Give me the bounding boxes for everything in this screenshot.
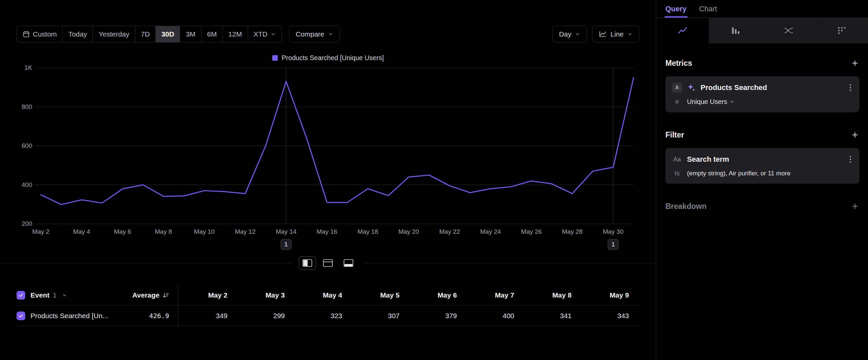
metric-event-name[interactable]: Products Searched: [701, 83, 843, 92]
chevron-down-icon[interactable]: [62, 293, 67, 298]
metric-card[interactable]: A Products Searched # Unique Users: [665, 76, 859, 112]
metric-card-main: A Products Searched: [672, 82, 853, 93]
column-header[interactable]: May 6: [407, 291, 465, 299]
main-panel: CustomTodayYesterday7D30D3M6M12MXTD Comp…: [0, 0, 656, 360]
select-all-checkbox[interactable]: [17, 291, 25, 300]
metric-aggregation-row: # Unique Users: [672, 98, 853, 106]
aggregation-label: Unique Users: [687, 98, 727, 106]
svg-text:May 8: May 8: [155, 228, 172, 235]
range-label: Yesterday: [98, 30, 129, 38]
cell-value: 307: [350, 312, 407, 320]
tab-insights[interactable]: [656, 18, 709, 43]
kebab-menu-icon[interactable]: [848, 154, 853, 165]
query-panel: Query Chart: [656, 0, 868, 360]
tab-chart[interactable]: Chart: [699, 0, 717, 18]
range-label: XTD: [254, 30, 268, 38]
range-30d[interactable]: 30D: [156, 26, 180, 42]
tab-query[interactable]: Query: [665, 0, 687, 18]
range-label: Today: [68, 30, 87, 38]
chart-type-button[interactable]: Line: [592, 26, 639, 43]
svg-text:May 4: May 4: [73, 228, 90, 235]
toolbar: CustomTodayYesterday7D30D3M6M12MXTD Comp…: [17, 26, 639, 43]
results-table: Event 1 Average May 2May 3May 4May 5May …: [17, 285, 639, 326]
chevron-down-icon: [271, 32, 276, 37]
metrics-title: Metrics: [665, 59, 692, 68]
event-name-cell: Products Searched [Un...: [17, 311, 116, 320]
svg-text:May 26: May 26: [521, 228, 542, 235]
average-value: 426.9: [149, 312, 169, 320]
calendar-icon: [23, 31, 30, 38]
table-row: Products Searched [Un... 426.9 349299323…: [17, 306, 639, 326]
aggregation-selector[interactable]: Unique Users: [687, 98, 734, 106]
layout-chart-only-button[interactable]: [319, 256, 337, 270]
svg-text:1K: 1K: [25, 64, 32, 71]
line-chart-icon: [599, 31, 607, 38]
range-12m[interactable]: 12M: [223, 26, 248, 42]
cell-value: 341: [522, 312, 580, 320]
breakdown-title: Breakdown: [665, 202, 707, 211]
svg-text:May 14: May 14: [276, 228, 297, 235]
kebab-menu-icon[interactable]: [848, 82, 853, 93]
add-breakdown-button[interactable]: +: [850, 201, 859, 212]
compare-button[interactable]: Compare: [289, 26, 340, 43]
layout-table-only-button[interactable]: [340, 256, 357, 270]
range-custom[interactable]: Custom: [17, 26, 63, 42]
granularity-button[interactable]: Day: [552, 26, 587, 43]
range-6m[interactable]: 6M: [202, 26, 223, 42]
line-chart[interactable]: 2004006008001KMay 2May 4May 6May 8May 10…: [15, 62, 638, 254]
range-yesterday[interactable]: Yesterday: [93, 26, 135, 42]
retention-grid-icon: [837, 26, 847, 35]
column-header[interactable]: May 9: [580, 291, 637, 299]
number-type-icon: #: [672, 98, 682, 106]
add-filter-button[interactable]: +: [850, 130, 859, 140]
filter-values[interactable]: (empty string), Air purifier, or 11 more: [687, 170, 790, 177]
event-header-cell: Event 1: [17, 291, 116, 300]
column-header[interactable]: May 7: [465, 291, 522, 299]
range-today[interactable]: Today: [63, 26, 93, 42]
chart-type-label: Line: [610, 30, 624, 38]
legend-swatch: [272, 55, 278, 61]
breakdown-section-head: Breakdown +: [665, 201, 859, 212]
filter-section-head: Filter +: [665, 130, 859, 140]
average-header-cell[interactable]: Average: [116, 285, 178, 305]
toolbar-right: Day Line: [552, 26, 639, 43]
average-value-cell: 426.9: [116, 306, 178, 326]
filter-property-name[interactable]: Search term: [687, 155, 843, 164]
svg-text:600: 600: [22, 142, 32, 149]
range-xtd[interactable]: XTD: [248, 26, 281, 42]
column-header[interactable]: May 8: [522, 291, 580, 299]
column-header[interactable]: May 3: [236, 291, 293, 299]
date-column-headers: May 2May 3May 4May 5May 6May 7May 8May 9: [178, 291, 637, 299]
cell-value: 349: [178, 312, 236, 320]
range-7d[interactable]: 7D: [135, 26, 156, 42]
filter-card[interactable]: Aa Search term Is (empty string), Air pu…: [665, 148, 859, 184]
filter-operator[interactable]: Is: [672, 170, 682, 177]
cell-value: 299: [236, 312, 293, 320]
svg-text:May 12: May 12: [235, 228, 255, 235]
panel-tabs: Query Chart: [656, 0, 868, 18]
metrics-section-head: Metrics +: [665, 58, 859, 68]
range-label: 6M: [207, 30, 217, 38]
tab-funnels[interactable]: [709, 18, 762, 43]
event-header-label: Event: [31, 291, 50, 299]
sort-icon[interactable]: [162, 292, 169, 299]
column-header[interactable]: May 2: [178, 291, 236, 299]
chevron-down-icon: [730, 99, 734, 104]
svg-text:May 20: May 20: [399, 228, 419, 235]
tab-retention[interactable]: [815, 18, 868, 43]
column-header[interactable]: May 5: [350, 291, 407, 299]
cell-value: 400: [465, 312, 522, 320]
filter-condition-row: Is (empty string), Air purifier, or 11 m…: [672, 170, 853, 177]
range-3m[interactable]: 3M: [180, 26, 201, 42]
row-checkbox[interactable]: [17, 311, 25, 320]
event-name-label: Products Searched [Un...: [31, 312, 108, 320]
tab-flows[interactable]: [762, 18, 815, 43]
layout-split-view-button[interactable]: [299, 256, 316, 270]
add-metric-button[interactable]: +: [850, 58, 859, 68]
column-header[interactable]: May 4: [293, 291, 350, 299]
insights-line-chart-icon: [678, 26, 688, 35]
date-range-group: CustomTodayYesterday7D30D3M6M12MXTD: [17, 26, 282, 43]
funnels-bars-icon: [731, 26, 741, 35]
report-type-tabs: [656, 18, 868, 43]
split-view-icon: [302, 259, 312, 267]
